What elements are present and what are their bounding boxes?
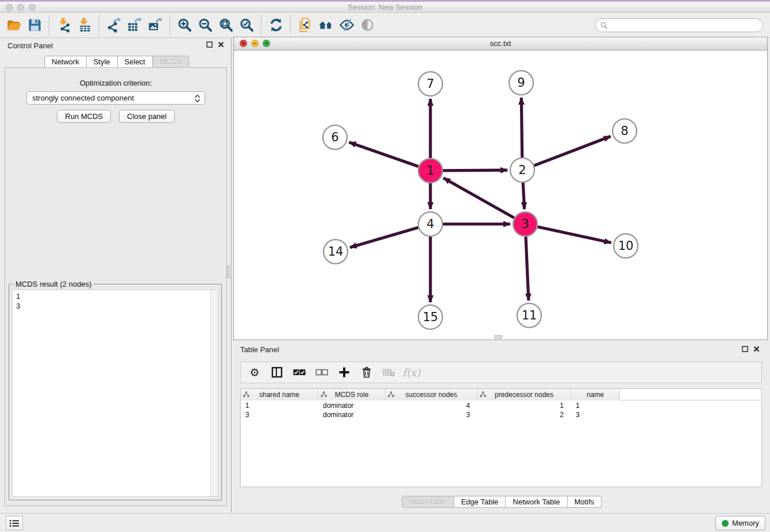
- network-window-title: scc.txt: [234, 39, 767, 48]
- zoom-in-button[interactable]: [174, 15, 195, 36]
- column-header-name[interactable]: name: [571, 389, 620, 400]
- show-columns-button[interactable]: [270, 365, 284, 379]
- table-settings-button[interactable]: ⚙: [248, 365, 261, 379]
- column-header-label: MCDS role: [335, 391, 369, 399]
- import-network-button[interactable]: [53, 15, 74, 36]
- close-panel-button[interactable]: Close panel: [119, 110, 175, 123]
- float-panel-icon[interactable]: [206, 41, 213, 48]
- search-field[interactable]: [595, 18, 763, 32]
- export-table-button[interactable]: [124, 15, 145, 36]
- mcds-tab-content: Optimization criterion: strongly connect…: [5, 67, 227, 506]
- main-toolbar: [0, 13, 770, 38]
- network-window-titlebar[interactable]: scc.txt: [234, 37, 767, 51]
- mcds-result-title: MCDS result (2 nodes): [13, 280, 94, 288]
- result-scrollbar[interactable]: [210, 290, 218, 496]
- memory-button[interactable]: Memory: [715, 516, 765, 530]
- table-cell[interactable]: 1: [478, 401, 571, 410]
- table-panel: Table Panel ⚙ f(x): [233, 343, 770, 511]
- graph-node-label: 2: [518, 163, 526, 177]
- graph-node-label: 11: [522, 309, 537, 322]
- search-input[interactable]: [608, 20, 763, 30]
- graph-edge-2-8[interactable]: [534, 136, 611, 165]
- graph-edge-1-6[interactable]: [349, 142, 419, 167]
- table-cell[interactable]: 1: [241, 401, 318, 410]
- criterion-dropdown[interactable]: strongly connected component: [26, 91, 205, 105]
- table-cell[interactable]: dominator: [318, 401, 386, 410]
- table-toolbar: ⚙ f(x): [240, 361, 762, 383]
- toolbar-separator: [49, 16, 49, 35]
- canvas-splitter-handle[interactable]: [494, 335, 502, 339]
- export-network-icon: [106, 17, 122, 33]
- export-image-button[interactable]: [145, 15, 165, 36]
- close-table-panel-icon[interactable]: [753, 346, 760, 352]
- graph-edge-2-9[interactable]: [521, 98, 522, 157]
- table-panel-tabs: Node TableEdge TableNetwork TableMotifs: [402, 496, 602, 508]
- attribute-tree-icon: [243, 391, 249, 399]
- import-table-button[interactable]: [74, 15, 95, 36]
- open-file-button[interactable]: [3, 15, 24, 36]
- graph-node-label: 4: [426, 217, 434, 231]
- refresh-button[interactable]: [265, 15, 286, 36]
- export-network-button[interactable]: [103, 15, 124, 36]
- table-panel-title: Table Panel: [240, 345, 279, 354]
- graph-node-label: 9: [517, 76, 525, 90]
- table-cell[interactable]: 2: [478, 410, 571, 419]
- graph-edge-2-3[interactable]: [523, 183, 524, 209]
- table-cell[interactable]: dominator: [318, 410, 386, 419]
- graph-edge-1-2[interactable]: [443, 170, 507, 171]
- hide-selected-button[interactable]: [336, 15, 357, 36]
- zoom-out-button[interactable]: [195, 15, 215, 36]
- column-header-shared-name[interactable]: shared name: [241, 389, 318, 400]
- table-row[interactable]: 1dominator411: [241, 401, 761, 410]
- column-header-predecessor-nodes[interactable]: predecessor nodes: [478, 389, 571, 400]
- tab-mcds[interactable]: MCDS: [153, 56, 189, 68]
- show-hidden-button[interactable]: [357, 15, 378, 36]
- float-table-panel-icon[interactable]: [742, 346, 748, 352]
- graph-edge-3-10[interactable]: [538, 227, 611, 243]
- graph-edge-3-1[interactable]: [444, 178, 514, 218]
- home-button[interactable]: [315, 15, 336, 36]
- select-all-columns-button[interactable]: [292, 365, 306, 379]
- graph-edge-4-14[interactable]: [350, 228, 418, 248]
- unselect-all-columns-button[interactable]: [315, 365, 329, 379]
- refresh-icon: [268, 17, 284, 33]
- tab-select[interactable]: Select: [118, 56, 153, 68]
- mcds-result-text: 1 3: [16, 291, 206, 495]
- task-history-button[interactable]: [6, 516, 23, 530]
- zoom-fit-button[interactable]: [215, 15, 236, 36]
- tab-network[interactable]: Network: [44, 56, 87, 68]
- save-session-button[interactable]: [24, 15, 45, 36]
- search-icon: [600, 22, 608, 29]
- tab-style[interactable]: Style: [87, 56, 118, 68]
- criterion-value: strongly connected component: [32, 94, 134, 102]
- create-column-button[interactable]: [337, 365, 351, 379]
- column-header-MCDS-role[interactable]: MCDS role: [318, 389, 386, 400]
- memory-status-icon: [722, 520, 729, 527]
- table-cell[interactable]: 1: [571, 401, 620, 410]
- delete-column-button[interactable]: [360, 365, 374, 379]
- table-cell[interactable]: 3: [571, 410, 620, 419]
- export-table-icon: [127, 17, 143, 33]
- mcds-result-area[interactable]: 1 3: [12, 290, 218, 497]
- tab-edge-table[interactable]: Edge Table: [454, 496, 506, 508]
- new-network-from-selection-button[interactable]: [295, 15, 315, 36]
- close-panel-icon[interactable]: [218, 41, 224, 48]
- zoom-selected-button[interactable]: [236, 15, 257, 36]
- toolbar-separator: [99, 16, 99, 35]
- graph-node-label: 14: [328, 245, 344, 259]
- table-row[interactable]: 3dominator323: [241, 410, 761, 419]
- graph-node-label: 3: [521, 217, 529, 231]
- network-canvas[interactable]: 7968124314101511: [234, 51, 767, 340]
- panel-splitter-handle[interactable]: [227, 265, 232, 278]
- status-bar: Memory: [0, 513, 770, 532]
- control-panel-tabs: NetworkStyleSelectMCDS: [44, 56, 189, 68]
- table-cell[interactable]: 3: [386, 410, 478, 419]
- run-mcds-button[interactable]: Run MCDS: [57, 110, 111, 123]
- table-cell[interactable]: 3: [241, 410, 318, 419]
- column-header-successor-nodes[interactable]: successor nodes: [386, 389, 478, 400]
- graph-edge-3-11[interactable]: [526, 237, 529, 300]
- tab-network-table[interactable]: Network Table: [506, 496, 567, 508]
- tab-motifs[interactable]: Motifs: [567, 496, 602, 508]
- tab-node-table[interactable]: Node Table: [402, 496, 455, 508]
- table-cell[interactable]: 4: [386, 401, 478, 410]
